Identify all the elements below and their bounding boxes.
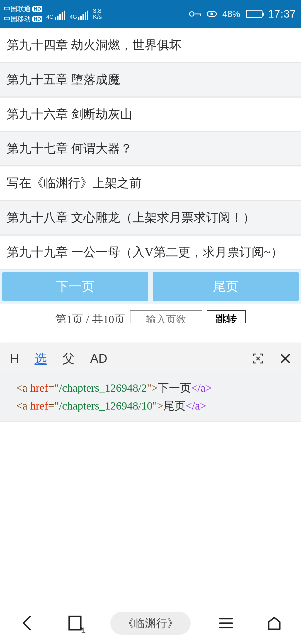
chapter-item[interactable]: 第九十七章 何谓大器？ [0,131,301,166]
html-source-panel: <a href="/chapters_126948/2">下一页</a> <a … [0,374,301,422]
chapter-item[interactable]: 第九十六章 剑断劫灰山 [0,97,301,132]
chapter-item[interactable]: 写在《临渊行》上架之前 [0,166,301,200]
close-icon[interactable] [280,353,291,364]
inspector-h-button[interactable]: H [10,352,19,365]
signal-bars-icon [55,11,65,20]
tab-count: 1 [82,626,86,635]
pager: 下一页 尾页 [0,270,301,304]
signal-bars-icon [78,11,88,20]
battery-percent: 48% [222,9,240,19]
inspector-toolbar: H 选 父 AD [0,343,301,374]
page-number-input[interactable] [130,310,202,323]
last-page-button[interactable]: 尾页 [153,272,299,301]
carrier-block: 中国联通 HD 中国移动 HD [4,4,42,23]
hd-badge-1: HD [32,6,42,12]
network-speed: 3.8 K/s [93,8,102,20]
svg-point-0 [190,12,194,16]
page-info-text: 第1页 / 共10页 [55,312,125,323]
back-button[interactable] [14,611,39,636]
inspector-ad-button[interactable]: AD [90,352,107,365]
tabs-button[interactable]: 1 [62,611,88,636]
carrier-1: 中国联通 [4,4,31,13]
menu-button[interactable] [213,611,239,636]
code-line[interactable]: <a href="/chapters_126948/2">下一页</a> [16,379,285,397]
chapter-item[interactable]: 第九十九章 一公一母（入V第二更，求月票订阅~） [0,235,301,270]
next-page-button[interactable]: 下一页 [2,272,148,301]
signal-2-label: 4G [70,14,77,20]
signal-block: 4G 4G 3.8 K/s [46,8,102,20]
browser-bottom-nav: 1 《临渊行》 [0,602,301,644]
hd-badge-2: HD [32,16,42,22]
chapter-list: 第九十四章 劫火洞燃，世界俱坏 第九十五章 堕落成魔 第九十六章 剑断劫灰山 第… [0,28,301,270]
eye-icon [207,11,217,17]
battery-icon [246,10,263,18]
signal-1-label: 4G [46,14,54,20]
chapter-item[interactable]: 第九十八章 文心雕龙（上架求月票求订阅！） [0,200,301,235]
chapter-item[interactable]: 第九十五章 堕落成魔 [0,62,301,97]
inspector-select-button[interactable]: 选 [35,350,47,367]
chapter-item[interactable]: 第九十四章 劫火洞燃，世界俱坏 [0,28,301,62]
clock: 17:37 [268,8,296,20]
vpn-key-icon [189,11,201,17]
jump-button[interactable]: 跳转 [207,310,246,323]
status-bar: 中国联通 HD 中国移动 HD 4G 4G 3.8 K/s [0,0,301,28]
code-line[interactable]: <a href="/chapters_126948/10">尾页</a> [16,397,285,415]
carrier-2: 中国移动 [4,14,31,23]
home-button[interactable] [262,611,287,636]
page-title-pill[interactable]: 《临渊行》 [110,612,191,635]
fullscreen-icon[interactable] [252,352,264,365]
page-info-row: 第1页 / 共10页 跳转 [0,304,301,323]
inspector-parent-button[interactable]: 父 [62,350,75,367]
